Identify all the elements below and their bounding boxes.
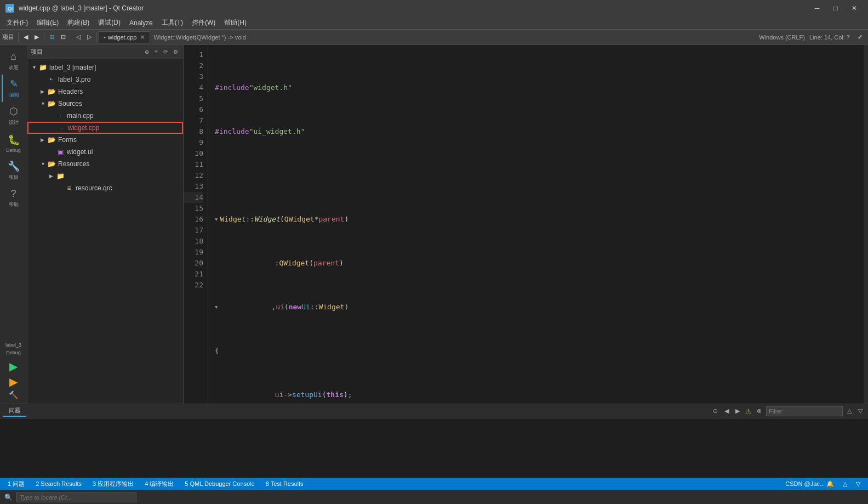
headers-folder-icon: 📂 (47, 87, 56, 96)
run-button[interactable]: ▶ (5, 360, 21, 373)
arrow-sources: ▼ (41, 101, 47, 106)
widget-ui-name: widget.ui (67, 148, 93, 156)
tree-item-widget-ui[interactable]: ▣ widget.ui (27, 146, 183, 158)
svg-text:Qt: Qt (8, 6, 13, 12)
tree-item-headers[interactable]: ▶ 📂 Headers (27, 86, 183, 98)
toolbar-back-btn[interactable]: ◁ (73, 32, 84, 42)
bottom-next-btn[interactable]: ▶ (733, 407, 742, 415)
crlf-label: Windows (CRLF) (759, 34, 805, 41)
tree-item-resource-qrc[interactable]: ≡ resource.qrc (27, 182, 183, 194)
bottom-tab-problems[interactable]: 问题 (3, 405, 26, 417)
tree-item-sources[interactable]: ▼ 📂 Sources (27, 98, 183, 110)
project-panel: 项目 ⊜ ≡ ⟳ ⚙ ▼ 📁 label_3 [master] •· label… (27, 45, 184, 404)
widget-cpp-icon: · (57, 123, 66, 132)
edit-icon: ✎ (10, 78, 18, 90)
code-editor[interactable]: 1 2 3 4 5 6 7 8 9 10 11 12 13 14 15 16 1… (184, 45, 868, 404)
status-search[interactable]: 2 Search Results (32, 480, 85, 487)
menu-widget[interactable]: 控件(W) (187, 17, 220, 29)
status-test[interactable]: 8 Test Results (262, 480, 307, 487)
project-tree: ▼ 📁 label_3 [master] •· label_3.pro ▶ 📂 … (27, 59, 183, 404)
status-scroll-down[interactable]: ▽ (853, 480, 864, 488)
fold-icon-4[interactable]: ▼ (215, 214, 218, 225)
bottom-collapse-btn[interactable]: ⊖ (711, 407, 720, 415)
status-app-output[interactable]: 3 应用程序输出 (89, 480, 137, 488)
tree-item-resources[interactable]: ▼ 📂 Resources (27, 158, 183, 170)
arrow-headers: ▶ (41, 89, 47, 94)
toolbar-split-btn[interactable]: ⊟ (58, 32, 69, 42)
menu-edit[interactable]: 编辑(E) (32, 17, 63, 29)
menu-debug[interactable]: 调试(D) (94, 17, 125, 29)
tree-item-forms[interactable]: ▶ 📂 Forms (27, 134, 183, 146)
menu-help[interactable]: 帮助(H) (220, 17, 251, 29)
arrow-forms: ▶ (41, 137, 47, 143)
panel-header: 项目 ⊜ ≡ ⟳ ⚙ (27, 45, 183, 59)
close-button[interactable]: ✕ (846, 3, 863, 14)
cpp-icon-small: • (104, 34, 106, 41)
tree-item-project[interactable]: ▼ 📁 label_3 [master] (27, 61, 183, 73)
panel-filter-btn[interactable]: ⊜ (143, 48, 151, 55)
pro-filename: label_3.pro (58, 76, 90, 83)
sidebar-item-welcome[interactable]: ⌂ 欢迎 (2, 47, 26, 75)
sidebar-item-edit[interactable]: ✎ 编辑 (2, 75, 26, 102)
tree-item-main-cpp[interactable]: · main.cpp (27, 110, 183, 122)
main-cpp-icon: · (56, 111, 65, 120)
panel-settings-btn[interactable]: ⚙ (172, 48, 180, 55)
menu-file[interactable]: 文件(F) (2, 17, 32, 29)
toolbar-nav-next[interactable]: ▶ (31, 32, 42, 42)
status-qml[interactable]: 5 QML Debugger Console (181, 480, 258, 487)
toolbar-grid-btn[interactable]: ⊞ (46, 32, 58, 42)
panel-collapse-btn[interactable]: ≡ (153, 48, 159, 55)
maximize-button[interactable]: □ (827, 3, 844, 14)
title-bar: Qt widget.cpp @ label_3 [master] - Qt Cr… (0, 0, 868, 16)
toolbar-expand-btn[interactable]: ⤢ (854, 32, 866, 42)
project-folder-icon: 📁 (38, 63, 47, 72)
status-brand: CSDN @Jac... 🔔 (782, 480, 837, 488)
toolbar-file-tab[interactable]: • widget.cpp ✕ (99, 31, 150, 43)
menu-tools[interactable]: 工具(T) (157, 17, 187, 29)
menu-build[interactable]: 构建(B) (63, 17, 94, 29)
code-line-5: : QWidget(parent) (215, 258, 857, 269)
editor-scrollbar[interactable] (864, 45, 868, 404)
menu-bar: 文件(F) 编辑(E) 构建(B) 调试(D) Analyze 工具(T) 控件… (0, 16, 868, 30)
arrow-resources: ▼ (41, 161, 47, 167)
fold-icon-6[interactable]: ▼ (215, 302, 218, 313)
tree-item-pro[interactable]: •· label_3.pro (27, 73, 183, 86)
code-line-3 (215, 170, 857, 181)
window-title: widget.cpp @ label_3 [master] - Qt Creat… (19, 4, 809, 12)
bottom-expand-down[interactable]: ▽ (856, 407, 865, 415)
bottom-expand-up[interactable]: △ (845, 407, 854, 415)
menu-analyze[interactable]: Analyze (125, 18, 157, 28)
status-scroll-up[interactable]: △ (840, 480, 850, 488)
toolbar-sep-1 (18, 32, 19, 42)
tree-item-widget-cpp[interactable]: · widget.cpp (27, 122, 183, 134)
tree-item-sub-resource[interactable]: ▶ 📁 (27, 170, 183, 182)
status-problems[interactable]: 1 问题 (4, 480, 28, 488)
toolbar-fwd-btn[interactable]: ▷ (84, 32, 95, 42)
toolbar-nav-prev[interactable]: ◀ (20, 32, 31, 42)
widget-cpp-name: widget.cpp (68, 124, 99, 132)
locate-input[interactable] (16, 492, 136, 502)
code-area[interactable]: #include "widget.h" #include "ui_widget.… (208, 45, 864, 404)
panel-sync-btn[interactable]: ⟳ (162, 48, 169, 55)
minimize-button[interactable]: ─ (809, 3, 825, 14)
sidebar-label-help: 帮助 (9, 201, 19, 208)
sidebar-item-design[interactable]: ⬡ 设计 (2, 102, 26, 129)
sidebar-item-project[interactable]: 🔧 项目 (2, 157, 26, 184)
filter-input[interactable] (766, 406, 843, 416)
build-button[interactable]: 🔨 (5, 390, 21, 399)
code-line-2: #include "ui_widget.h" (215, 126, 857, 137)
resources-folder-icon: 📂 (47, 160, 56, 168)
bottom-filter-toggle[interactable]: ⊜ (755, 407, 764, 415)
status-compile[interactable]: 4 编译输出 (141, 480, 177, 488)
sidebar-item-help[interactable]: ? 帮助 (2, 184, 26, 212)
sub-resource-icon: 📁 (56, 172, 65, 180)
project-label: 项目 (2, 33, 14, 41)
code-line-6: ▼ , ui(new Ui::Widget) (215, 302, 857, 313)
run-icon: ▶ (9, 360, 18, 372)
sidebar-item-debug[interactable]: 🐛 Debug (2, 129, 26, 157)
toolbar-tab-close[interactable]: ✕ (140, 33, 145, 41)
toolbar-sep-4 (96, 32, 97, 42)
bottom-prev-btn[interactable]: ◀ (722, 407, 731, 415)
run-debug-button[interactable]: ▶ (5, 375, 21, 388)
panel-title: 项目 (31, 48, 141, 56)
